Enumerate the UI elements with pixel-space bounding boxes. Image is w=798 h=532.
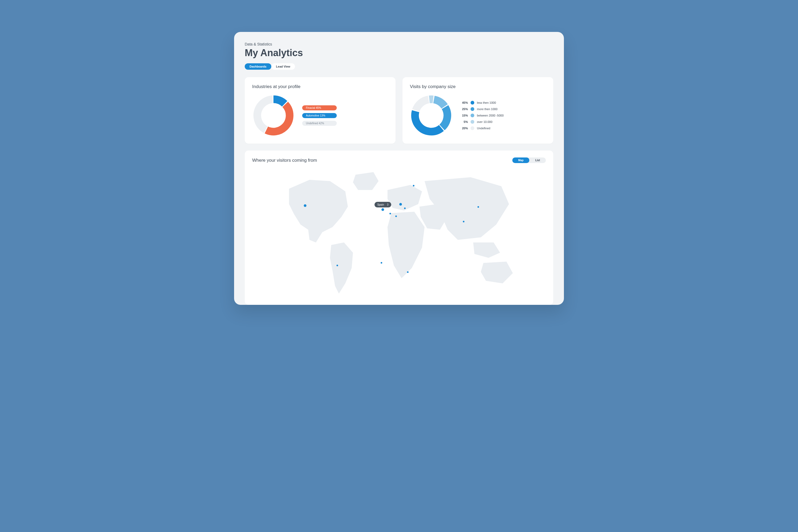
legend-pct: 15% [460, 114, 468, 117]
card-title-company-size: Visits by company size [410, 84, 546, 89]
tooltip-label: Spain [377, 203, 384, 206]
legend-swatch [471, 120, 474, 124]
tab-dashboards[interactable]: Dashboards [245, 63, 271, 70]
legend-pill: Automotive 13% [302, 113, 337, 118]
analytics-panel: Data & Statistics My Analytics Dashboard… [234, 32, 564, 305]
world-map[interactable]: Spain 3 [252, 166, 546, 299]
legend-pill: Undefined 42% [302, 121, 337, 126]
map-marker[interactable] [407, 271, 408, 273]
legend-swatch [471, 114, 474, 117]
map-segmented-control: Map List [512, 157, 546, 163]
legend-row: 5%over 10.000 [460, 120, 504, 124]
map-marker[interactable] [463, 221, 464, 222]
legend-label: over 10.000 [477, 120, 492, 124]
tab-map[interactable]: Map [512, 157, 529, 163]
tab-lead-view[interactable]: Lead View [271, 63, 295, 70]
legend-pct: 20% [460, 127, 468, 130]
legend-label: between 2000 -5000 [477, 114, 504, 117]
legend-pct: 45% [460, 101, 468, 104]
legend-label: less then 1000 [477, 101, 496, 104]
map-marker[interactable] [390, 213, 391, 214]
legend-pill: Finacial 45% [302, 105, 337, 110]
company-size-legend: 45%less then 100025%more then 100015%bet… [460, 101, 504, 130]
legend-swatch [471, 126, 474, 130]
card-title-industries: Industries at your profile [252, 84, 388, 89]
donut-chart-industries [252, 94, 295, 137]
card-title-map: Where your visitors coming from [252, 158, 317, 163]
world-map-svg [252, 166, 546, 299]
tooltip-value: 3 [387, 203, 388, 206]
legend-row: 15%between 2000 -5000 [460, 114, 504, 117]
legend-label: Undefined [477, 127, 490, 130]
legend-row: 20%Undefined [460, 126, 504, 130]
legend-row: 45%less then 1000 [460, 101, 504, 104]
card-industries: Industries at your profile Finacial 45%A… [245, 77, 396, 144]
map-tooltip: Spain 3 [375, 202, 391, 208]
card-company-size: Visits by company size 45%less then 1000… [402, 77, 553, 144]
legend-label: more then 1000 [477, 108, 497, 111]
map-marker[interactable] [337, 265, 338, 266]
map-marker[interactable] [395, 215, 397, 217]
map-marker[interactable] [477, 206, 479, 208]
legend-pct: 25% [460, 108, 468, 111]
map-marker[interactable] [381, 262, 382, 264]
card-visitor-map: Where your visitors coming from Map List [245, 151, 553, 305]
map-marker[interactable] [381, 208, 384, 211]
map-marker[interactable] [413, 185, 414, 187]
legend-swatch [471, 101, 474, 104]
map-marker[interactable] [404, 208, 406, 209]
donut-chart-company-size [410, 94, 453, 137]
page-title: My Analytics [245, 48, 553, 58]
view-segmented-control: Dashboards Lead View [245, 63, 295, 70]
legend-pct: 5% [460, 120, 468, 124]
legend-swatch [471, 107, 474, 111]
legend-row: 25%more then 1000 [460, 107, 504, 111]
map-marker[interactable] [304, 204, 306, 207]
tab-list[interactable]: List [529, 157, 546, 163]
breadcrumb: Data & Statistics [245, 42, 553, 46]
map-marker[interactable] [399, 203, 402, 206]
industries-legend: Finacial 45%Automotive 13%Undefined 42% [302, 105, 337, 126]
